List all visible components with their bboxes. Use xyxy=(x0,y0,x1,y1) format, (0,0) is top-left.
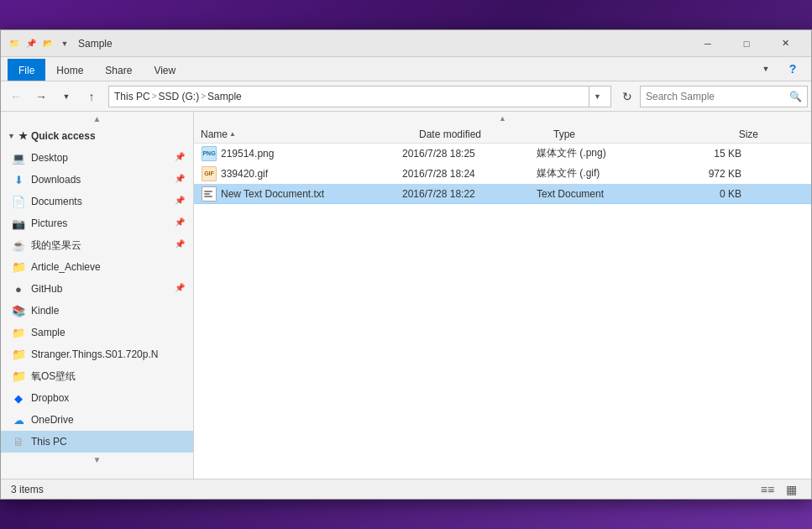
folder-icon: 📁 xyxy=(11,369,26,384)
file-size-txt: 0 KB xyxy=(664,188,748,200)
sidebar-section-quickaccess[interactable]: ▼ ★ Quick access xyxy=(1,125,193,147)
sidebar-item-label: GitHub xyxy=(31,283,62,295)
back-button[interactable]: ← xyxy=(4,85,28,108)
tab-share[interactable]: Share xyxy=(94,59,143,81)
file-name-cell-txt: New Text Document.txt xyxy=(194,186,396,202)
bc-sample[interactable]: Sample xyxy=(207,91,242,102)
sidebar-item-github[interactable]: ● GitHub 📌 xyxy=(1,278,193,300)
address-dropdown[interactable]: ▼ xyxy=(589,86,605,107)
search-icon: 🔍 xyxy=(789,91,802,102)
col-date-label: Date modified xyxy=(419,128,481,140)
sidebar-item-osx[interactable]: 📁 氧OS壁纸 xyxy=(1,365,193,387)
toolbar: ← → ▼ ↑ This PC > SSD (G:) > Sample ▼ ↻ … xyxy=(1,81,811,112)
sidebar-item-kindle[interactable]: 📚 Kindle xyxy=(1,300,193,322)
maximize-button[interactable]: □ xyxy=(727,30,766,57)
sidebar-item-nuts[interactable]: ☕ 我的坚果云 📌 xyxy=(1,234,193,256)
file-row-gif[interactable]: GIF 339420.gif 2016/7/28 18:24 媒体文件 (.gi… xyxy=(194,164,811,184)
details-view-button[interactable]: ≡≡ xyxy=(757,481,778,498)
address-bar[interactable]: This PC > SSD (G:) > Sample ▼ xyxy=(108,86,611,107)
sidebar-item-label: OneDrive xyxy=(31,414,74,426)
png-file-icon: PNG xyxy=(201,145,217,162)
sidebar-item-downloads[interactable]: ⬇ Downloads 📌 xyxy=(1,169,193,191)
folder-icon-small: 📂 xyxy=(41,37,55,50)
sidebar-item-documents[interactable]: 📄 Documents 📌 xyxy=(1,191,193,212)
downloads-icon: ⬇ xyxy=(11,172,26,187)
dropbox-icon: ◆ xyxy=(11,390,26,406)
sidebar-scroll-up[interactable]: ▲ xyxy=(1,112,193,125)
sidebar-item-label: Documents xyxy=(31,196,82,207)
file-row-txt[interactable]: New Text Document.txt 2016/7/28 18:22 Te… xyxy=(194,184,811,204)
file-date-txt: 2016/7/28 18:22 xyxy=(396,188,530,200)
documents-icon: 📄 xyxy=(11,194,26,209)
ribbon-dropdown-btn[interactable]: ▼ xyxy=(754,57,778,81)
minimize-button[interactable]: ─ xyxy=(689,30,727,57)
file-date-png: 2016/7/28 18:25 xyxy=(396,148,530,160)
file-type-gif: 媒体文件 (.gif) xyxy=(530,166,664,181)
sidebar-item-desktop[interactable]: 💻 Desktop 📌 xyxy=(1,147,193,169)
sidebar-item-label: Article_Achieve xyxy=(31,261,101,273)
refresh-button[interactable]: ↻ xyxy=(616,86,638,107)
sidebar-item-pictures[interactable]: 📷 Pictures 📌 xyxy=(1,212,193,234)
search-box[interactable]: 🔍 xyxy=(640,86,808,107)
up-button[interactable]: ↑ xyxy=(80,85,103,108)
file-row-png[interactable]: PNG 219514.png 2016/7/28 18:25 媒体文件 (.pn… xyxy=(194,144,811,164)
quick-access-icon: 📌 xyxy=(24,37,38,50)
tab-view[interactable]: View xyxy=(143,59,186,81)
search-input[interactable] xyxy=(646,91,786,102)
window-icon-folder: 📁 xyxy=(8,37,21,50)
col-header-date[interactable]: Date modified xyxy=(412,128,547,140)
bc-sep-2: > xyxy=(201,92,206,101)
sidebar-item-label: Sample xyxy=(31,327,65,338)
pin-icon: 📌 xyxy=(175,152,186,164)
sidebar-item-label: Dropbox xyxy=(31,392,69,404)
title-bar-icons: 📁 📌 📂 ▼ xyxy=(8,37,71,50)
main-area: ▲ ▼ ★ Quick access 💻 Desktop 📌 ⬇ Downloa… xyxy=(1,112,811,479)
pictures-icon: 📷 xyxy=(11,216,26,231)
bc-sep-1: > xyxy=(152,92,157,101)
window-controls: ─ □ ✕ xyxy=(689,30,804,57)
folder-icon: 📁 xyxy=(11,347,26,362)
file-name-png: 219514.png xyxy=(221,148,274,160)
pin-icon: 📌 xyxy=(175,239,186,251)
pin-icon: 📌 xyxy=(175,283,186,295)
sidebar-item-sample[interactable]: 📁 Sample xyxy=(1,322,193,343)
file-name-txt: New Text Document.txt xyxy=(221,188,324,200)
sidebar-item-label: 氧OS壁纸 xyxy=(31,369,76,384)
file-list-header: Name ▲ Date modified Type Size xyxy=(194,125,811,144)
bc-ssd[interactable]: SSD (G:) xyxy=(159,91,200,102)
sample-icon: 📁 xyxy=(11,325,26,340)
preview-view-button[interactable]: ▦ xyxy=(781,481,801,498)
sidebar-item-article[interactable]: 📁 Article_Achieve xyxy=(1,256,193,278)
sidebar-item-label: Stranger.Things.S01.720p.N xyxy=(31,348,158,360)
tab-file[interactable]: File xyxy=(8,59,45,81)
sidebar-item-dropbox[interactable]: ◆ Dropbox xyxy=(1,387,193,409)
file-list-scroll-up[interactable]: ▲ xyxy=(499,114,506,123)
quickaccess-chevron: ▼ xyxy=(8,132,15,140)
file-size-gif: 972 KB xyxy=(664,168,748,180)
sidebar-item-thispc[interactable]: 🖥 This PC xyxy=(1,431,193,453)
tab-home[interactable]: Home xyxy=(45,59,94,81)
recent-button[interactable]: ▼ xyxy=(55,85,78,108)
sidebar-item-stranger[interactable]: 📁 Stranger.Things.S01.720p.N xyxy=(1,343,193,365)
file-type-txt: Text Document xyxy=(530,188,664,200)
file-name-cell-png: PNG 219514.png xyxy=(194,145,396,162)
col-header-size[interactable]: Size xyxy=(681,128,765,140)
sidebar-scroll-down[interactable]: ▼ xyxy=(1,453,193,466)
sidebar: ▲ ▼ ★ Quick access 💻 Desktop 📌 ⬇ Downloa… xyxy=(1,112,194,479)
sidebar-item-label: Desktop xyxy=(31,152,68,164)
sidebar-item-onedrive[interactable]: ☁ OneDrive xyxy=(1,409,193,431)
bc-thispc[interactable]: This PC xyxy=(114,91,150,102)
forward-button[interactable]: → xyxy=(29,85,53,108)
breadcrumb: This PC > SSD (G:) > Sample xyxy=(114,91,589,102)
col-header-type[interactable]: Type xyxy=(547,128,681,140)
sidebar-item-label: Kindle xyxy=(31,305,59,317)
window-title: Sample xyxy=(78,38,689,50)
close-button[interactable]: ✕ xyxy=(766,30,804,57)
col-header-name[interactable]: Name ▲ xyxy=(194,128,412,140)
pin-icon: 📌 xyxy=(175,217,186,229)
file-name-gif: 339420.gif xyxy=(221,168,268,180)
sidebar-item-label: 我的坚果云 xyxy=(31,238,81,253)
help-button[interactable]: ? xyxy=(781,57,804,81)
sort-arrow-name: ▲ xyxy=(229,130,236,138)
file-size-png: 15 KB xyxy=(664,148,748,160)
